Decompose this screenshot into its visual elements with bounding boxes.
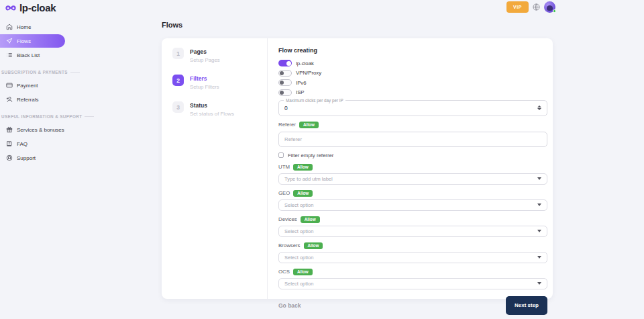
browsers-allow-badge[interactable]: Allow xyxy=(304,242,323,249)
number-stepper[interactable] xyxy=(537,105,541,110)
toggle-row-ipv6[interactable]: IPv6 xyxy=(278,79,547,86)
form-heading: Flow creating xyxy=(278,47,547,54)
sidebar: Home Flows Black List SUBSCRIPTION & PAY… xyxy=(0,20,67,165)
toggle-row-isp[interactable]: ISP xyxy=(278,89,547,96)
step-number: 2 xyxy=(172,75,184,86)
max-clicks-input[interactable] xyxy=(284,105,516,111)
payment-icon xyxy=(6,82,13,89)
step-number: 3 xyxy=(172,101,184,113)
step-subtitle: Setup Filters xyxy=(190,84,219,90)
toggle-label: IPv6 xyxy=(296,80,307,86)
step-status[interactable]: 3 Status Set status of Flows xyxy=(172,101,267,117)
filter-empty-referrer-checkbox[interactable] xyxy=(278,152,284,158)
sidebar-item-services[interactable]: Services & bonuses xyxy=(0,123,67,136)
devices-select[interactable] xyxy=(278,226,547,237)
chevron-down-icon xyxy=(537,203,541,206)
devices-select-input[interactable] xyxy=(284,228,537,234)
browsers-select-input[interactable] xyxy=(284,255,537,261)
checkbox-label: Filter empty referrer xyxy=(288,152,333,158)
sidebar-item-payment[interactable]: Payment xyxy=(0,79,67,92)
ocs-select[interactable] xyxy=(278,278,547,289)
step-title: Status xyxy=(190,102,234,109)
sidebar-item-label: Home xyxy=(17,24,31,30)
chevron-down-icon xyxy=(537,256,541,259)
step-pages[interactable]: 1 Pages Setup Pages xyxy=(172,48,267,63)
ocs-allow-badge[interactable]: Allow xyxy=(293,269,313,275)
flows-icon xyxy=(6,38,13,44)
step-title: Pages xyxy=(190,48,220,55)
chevron-down-icon xyxy=(537,230,541,232)
geo-allow-badge[interactable]: Allow xyxy=(293,190,313,197)
geo-select[interactable] xyxy=(278,199,547,211)
utm-select-input[interactable] xyxy=(284,176,537,182)
isp-toggle[interactable] xyxy=(278,89,292,96)
sidebar-item-referrals[interactable]: Referrals xyxy=(0,93,67,106)
sidebar-item-label: Services & bonuses xyxy=(17,127,64,133)
geo-select-input[interactable] xyxy=(284,202,537,208)
chevron-down-icon xyxy=(537,282,541,285)
services-icon xyxy=(6,126,13,133)
toggle-row-lp-cloak[interactable]: lp-cloak xyxy=(278,60,547,66)
go-back-button[interactable]: Go back xyxy=(278,302,301,309)
utm-allow-badge[interactable]: Allow xyxy=(293,164,313,171)
ocs-label: OCS xyxy=(278,269,290,275)
toggle-label: VPN/Proxy xyxy=(296,70,321,76)
sidebar-item-flows[interactable]: Flows xyxy=(0,34,65,48)
utm-label: UTM xyxy=(278,164,290,170)
mask-icon xyxy=(5,4,16,12)
vpn-proxy-toggle[interactable] xyxy=(278,70,292,77)
step-subtitle: Set status of Flows xyxy=(190,111,234,117)
browsers-select[interactable] xyxy=(278,252,547,263)
black-list-icon xyxy=(6,52,13,58)
browsers-label: Browsers xyxy=(278,242,301,248)
devices-label: Devices xyxy=(278,216,297,222)
next-step-button[interactable]: Next step xyxy=(506,296,547,315)
sidebar-item-label: Flows xyxy=(17,38,31,44)
sidebar-item-label: Black List xyxy=(17,52,40,58)
step-filters[interactable]: 2 Filters Setup Filters xyxy=(172,75,267,90)
user-avatar[interactable] xyxy=(544,1,555,13)
referrals-icon xyxy=(6,96,13,103)
step-subtitle: Setup Pages xyxy=(190,57,220,63)
lp-cloak-toggle[interactable] xyxy=(278,60,292,66)
header: lp-cloak VIP xyxy=(0,0,644,16)
toggle-label: lp-cloak xyxy=(296,60,314,66)
language-globe-icon[interactable] xyxy=(533,3,540,11)
chevron-down-icon xyxy=(537,177,541,180)
sidebar-item-label: Referrals xyxy=(17,97,38,103)
sidebar-section-title: USEFUL INFORMATION & SUPPORT xyxy=(1,114,67,119)
online-status-dot xyxy=(553,9,556,13)
referer-allow-badge[interactable]: Allow xyxy=(299,122,319,128)
sidebar-item-support[interactable]: Support xyxy=(0,151,67,165)
logo-text: lp-cloak xyxy=(19,2,56,13)
sidebar-item-label: Support xyxy=(17,155,36,161)
utm-select[interactable] xyxy=(278,173,547,185)
filters-form: Flow creating lp-cloak VPN/Proxy IPv6 IS… xyxy=(268,38,553,299)
ipv6-toggle[interactable] xyxy=(278,79,292,86)
support-icon xyxy=(6,154,13,161)
sidebar-item-faq[interactable]: FAQ xyxy=(0,137,67,150)
step-title: Filters xyxy=(190,75,219,82)
home-icon xyxy=(6,24,13,30)
sidebar-item-label: Payment xyxy=(17,83,38,89)
sidebar-item-black-list[interactable]: Black List xyxy=(0,48,67,62)
max-clicks-field[interactable]: Maximum clicks per day per IP xyxy=(278,100,547,116)
devices-allow-badge[interactable]: Allow xyxy=(301,216,320,223)
sidebar-item-label: FAQ xyxy=(17,141,28,147)
step-number: 1 xyxy=(172,48,184,59)
referer-label: Referer xyxy=(278,122,296,128)
vip-button[interactable]: VIP xyxy=(506,1,529,13)
referer-input[interactable] xyxy=(284,136,541,142)
geo-label: GEO xyxy=(278,190,290,196)
toggle-label: ISP xyxy=(296,89,305,95)
app-logo[interactable]: lp-cloak xyxy=(5,2,56,13)
flow-card: 1 Pages Setup Pages 2 Filters Setup Filt… xyxy=(162,38,553,299)
referer-field[interactable] xyxy=(278,132,547,147)
filter-empty-referrer-row[interactable]: Filter empty referrer xyxy=(278,152,547,158)
sidebar-section-title: SUBSCRIPTION & PAYMENTS xyxy=(1,70,67,75)
ocs-select-input[interactable] xyxy=(284,281,537,287)
page-title: Flows xyxy=(162,21,182,29)
toggle-row-vpn-proxy[interactable]: VPN/Proxy xyxy=(278,70,547,77)
sidebar-item-home[interactable]: Home xyxy=(0,20,67,34)
max-clicks-label: Maximum clicks per day per IP xyxy=(284,98,345,103)
